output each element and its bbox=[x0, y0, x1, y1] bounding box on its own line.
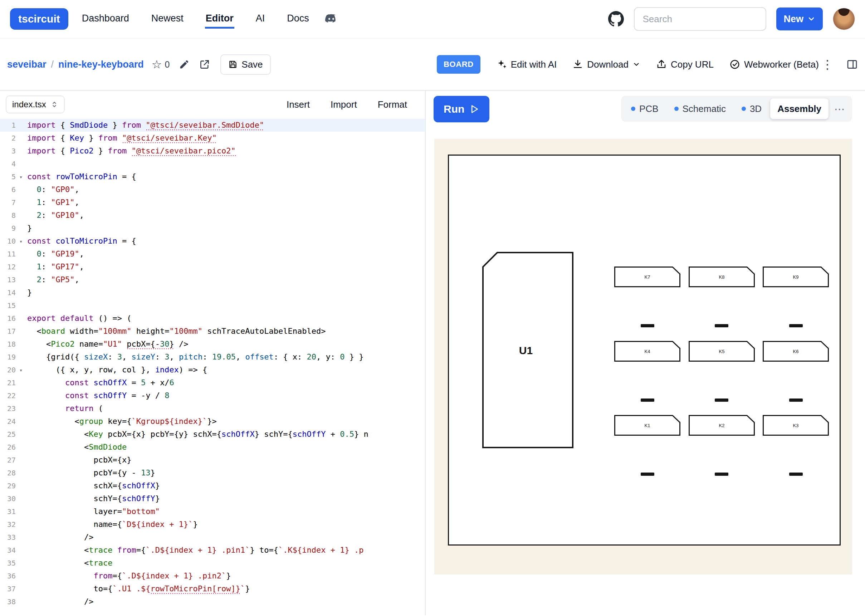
editor-menu-insert[interactable]: Insert bbox=[287, 99, 310, 110]
breadcrumb-user[interactable]: seveibar bbox=[7, 59, 47, 70]
assembly-diode[interactable] bbox=[715, 399, 728, 402]
code-line-3[interactable]: 3import { Pico2 } from "@tsci/seveibar.p… bbox=[0, 145, 425, 157]
error-squiggle bbox=[146, 129, 264, 130]
assembly-diode[interactable] bbox=[789, 473, 803, 476]
code-line-4[interactable]: 4 bbox=[0, 157, 425, 170]
breadcrumb-separator: / bbox=[51, 59, 54, 70]
new-button[interactable]: New bbox=[776, 8, 823, 30]
code-line-10[interactable]: 10▾const colToMicroPin = { bbox=[0, 235, 425, 248]
editor-menu-import[interactable]: Import bbox=[331, 99, 357, 110]
code-line-31[interactable]: 31 layer="bottom" bbox=[0, 505, 425, 518]
code-line-37[interactable]: 37 to={`.U1 .${rowToMicroPin[row]}`} bbox=[0, 582, 425, 595]
edit-with-ai-button[interactable]: Edit with AI bbox=[496, 59, 557, 70]
assembly-key-k9[interactable]: K9 bbox=[763, 267, 829, 287]
tscircuit-logo[interactable]: tscircuit bbox=[10, 8, 68, 30]
code-line-2[interactable]: 2import { Key } from "@tsci/seveibar.Key… bbox=[0, 132, 425, 145]
code-line-29[interactable]: 29 schX={schOffX} bbox=[0, 479, 425, 492]
code-editor[interactable]: 1import { SmdDiode } from "@tsci/seveiba… bbox=[0, 116, 425, 615]
star-icon[interactable]: ☆ bbox=[152, 58, 162, 71]
line-number: 9 bbox=[0, 222, 22, 235]
assembly-diode[interactable] bbox=[715, 473, 728, 476]
code-line-33[interactable]: 33 /> bbox=[0, 531, 425, 544]
code-line-26[interactable]: 26 <SmdDiode bbox=[0, 441, 425, 454]
code-line-5[interactable]: 5▾const rowToMicroPin = { bbox=[0, 170, 425, 183]
assembly-key-k3[interactable]: K3 bbox=[763, 415, 829, 436]
code-line-22[interactable]: 22 const schOffY = -y / 8 bbox=[0, 389, 425, 402]
code-line-13[interactable]: 13 2: "GP5", bbox=[0, 273, 425, 286]
code-text: schY={schOffY} bbox=[27, 492, 160, 505]
assembly-diode[interactable] bbox=[641, 399, 654, 402]
code-line-18[interactable]: 18 <Pico2 name="U1" pcbX={-30} /> bbox=[0, 338, 425, 350]
view-tab-schematic[interactable]: Schematic bbox=[667, 98, 733, 119]
code-line-27[interactable]: 27 pcbX={x} bbox=[0, 454, 425, 467]
code-line-12[interactable]: 12 1: "GP17", bbox=[0, 261, 425, 273]
fold-chevron-icon[interactable]: ▾ bbox=[19, 171, 22, 184]
code-line-25[interactable]: 25 <Key pcbX={x} pcbY={y} schX={schOffX}… bbox=[0, 428, 425, 441]
panel-toggle-icon[interactable] bbox=[846, 59, 858, 70]
code-line-21[interactable]: 21 const schOffX = 5 + x/6 bbox=[0, 376, 425, 389]
code-line-9[interactable]: 9} bbox=[0, 222, 425, 235]
nav-item-newest[interactable]: Newest bbox=[151, 9, 184, 28]
share-external-icon[interactable] bbox=[199, 59, 210, 70]
breadcrumb-project[interactable]: nine-key-keyboard bbox=[58, 59, 144, 70]
code-line-1[interactable]: 1import { SmdDiode } from "@tsci/seveiba… bbox=[0, 119, 425, 132]
code-line-7[interactable]: 7 1: "GP1", bbox=[0, 196, 425, 209]
code-line-36[interactable]: 36 from={`.D${index + 1} .pin2`} bbox=[0, 569, 425, 582]
code-line-35[interactable]: 35 <trace bbox=[0, 556, 425, 569]
discord-icon[interactable] bbox=[324, 12, 338, 26]
view-tab-3d[interactable]: 3D bbox=[735, 98, 769, 119]
assembly-key-k7[interactable]: K7 bbox=[614, 267, 680, 287]
code-line-6[interactable]: 6 0: "GP0", bbox=[0, 183, 425, 196]
board-badge[interactable]: BOARD bbox=[437, 55, 480, 74]
code-line-17[interactable]: 17 <board width="100mm" height="100mm" s… bbox=[0, 325, 425, 338]
assembly-key-k5[interactable]: K5 bbox=[689, 341, 755, 361]
assembly-key-k1[interactable]: K1 bbox=[614, 415, 680, 436]
code-line-34[interactable]: 34 <trace from={`.D${index + 1} .pin1`} … bbox=[0, 544, 425, 556]
code-line-28[interactable]: 28 pcbY={y - 13} bbox=[0, 467, 425, 479]
search-input[interactable] bbox=[634, 7, 766, 31]
assembly-diode[interactable] bbox=[789, 399, 803, 402]
code-line-8[interactable]: 8 2: "GP10", bbox=[0, 209, 425, 222]
view-tab-assembly[interactable]: Assembly bbox=[770, 98, 829, 119]
assembly-key-k4[interactable]: K4 bbox=[614, 341, 680, 361]
view-tabs-more-icon[interactable]: ⋯ bbox=[830, 103, 849, 115]
code-line-30[interactable]: 30 schY={schOffY} bbox=[0, 492, 425, 505]
copy-url-button[interactable]: Copy URL bbox=[656, 59, 714, 70]
assembly-canvas[interactable]: U1 K7K8K9K4K5K6K1K2K3 bbox=[434, 139, 852, 575]
edit-pencil-icon[interactable] bbox=[179, 59, 190, 70]
code-line-15[interactable]: 15 bbox=[0, 299, 425, 312]
code-line-24[interactable]: 24 <group key={`Kgroup${index}`}> bbox=[0, 415, 425, 428]
assembly-chip-u1[interactable]: U1 bbox=[482, 252, 573, 448]
code-line-11[interactable]: 11 0: "GP19", bbox=[0, 248, 425, 261]
view-tab-pcb[interactable]: PCB bbox=[624, 98, 666, 119]
code-line-23[interactable]: 23 return ( bbox=[0, 402, 425, 415]
assembly-key-k8[interactable]: K8 bbox=[689, 267, 755, 287]
run-button[interactable]: Run bbox=[433, 96, 489, 123]
code-line-16[interactable]: 16export default () => ( bbox=[0, 312, 425, 325]
code-line-32[interactable]: 32 name={`D${index + 1}`} bbox=[0, 518, 425, 531]
kebab-menu-icon[interactable]: ⋮ bbox=[821, 58, 834, 71]
assembly-diode[interactable] bbox=[789, 324, 803, 327]
fold-chevron-icon[interactable]: ▾ bbox=[19, 235, 22, 248]
code-line-19[interactable]: 19 {grid({ sizeX: 3, sizeY: 3, pitch: 19… bbox=[0, 350, 425, 363]
assembly-diode[interactable] bbox=[715, 324, 728, 327]
assembly-key-k2[interactable]: K2 bbox=[689, 415, 755, 436]
nav-item-dashboard[interactable]: Dashboard bbox=[81, 9, 130, 28]
github-icon[interactable] bbox=[608, 11, 624, 27]
assembly-diode[interactable] bbox=[641, 473, 654, 476]
nav-item-docs[interactable]: Docs bbox=[286, 9, 310, 28]
file-tab-selector[interactable]: index.tsx bbox=[6, 96, 65, 113]
editor-menu-format[interactable]: Format bbox=[378, 99, 407, 110]
save-button[interactable]: Save bbox=[220, 54, 270, 75]
assembly-diode[interactable] bbox=[641, 324, 654, 327]
nav-item-ai[interactable]: AI bbox=[255, 9, 266, 28]
code-line-14[interactable]: 14} bbox=[0, 286, 425, 299]
code-line-38[interactable]: 38 /> bbox=[0, 595, 425, 608]
download-button[interactable]: Download bbox=[572, 59, 641, 70]
fold-chevron-icon[interactable]: ▾ bbox=[19, 364, 22, 377]
assembly-key-k6[interactable]: K6 bbox=[763, 341, 829, 361]
avatar[interactable] bbox=[833, 8, 855, 30]
code-line-20[interactable]: 20▾ ({ x, y, row, col }, index) => { bbox=[0, 363, 425, 376]
nav-item-editor[interactable]: Editor bbox=[205, 9, 234, 28]
webworker-toggle[interactable]: Webworker (Beta) bbox=[729, 59, 819, 70]
